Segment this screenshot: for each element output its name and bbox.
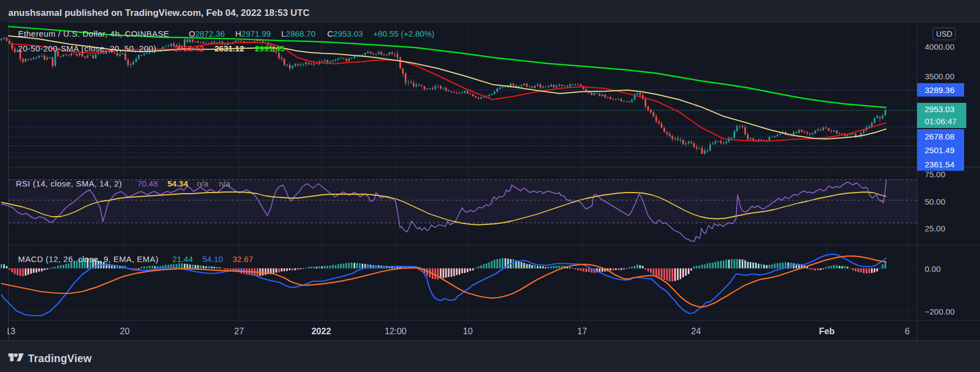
- svg-text:2631.12: 2631.12: [214, 44, 244, 53]
- svg-text:L2868.70: L2868.70: [281, 29, 316, 38]
- svg-text:3500.00: 3500.00: [925, 72, 954, 81]
- svg-text:20: 20: [120, 327, 130, 336]
- svg-text:2755.42: 2755.42: [174, 44, 204, 53]
- svg-text:21.44: 21.44: [172, 254, 193, 264]
- svg-text:3289.36: 3289.36: [925, 85, 954, 95]
- svg-text:2953.03: 2953.03: [925, 104, 954, 114]
- svg-text:USD: USD: [936, 30, 953, 38]
- svg-text:O2872.36: O2872.36: [189, 29, 225, 38]
- svg-text:anushsamal published on Tradin: anushsamal published on TradingView.com,…: [8, 8, 310, 18]
- svg-text:Ethereum / U.S. Dollar, 4h, CO: Ethereum / U.S. Dollar, 4h, COINBASE: [18, 29, 169, 38]
- svg-text:2678.08: 2678.08: [925, 132, 954, 141]
- svg-text:27: 27: [234, 327, 244, 336]
- svg-text:12:00: 12:00: [385, 327, 407, 336]
- svg-text:4000.00: 4000.00: [925, 42, 954, 51]
- svg-text:RSI (14, close, SMA, 14, 2): RSI (14, close, SMA, 14, 2): [16, 179, 122, 188]
- svg-text:20-50-200-SMA (close, 20, 50,: 20-50-200-SMA (close, 20, 50, 200): [18, 44, 156, 53]
- svg-text:H2971.99: H2971.99: [235, 29, 271, 38]
- svg-text:MACD (12, 26, close, 9, EMA, E: MACD (12, 26, close, 9, EMA, EMA): [18, 254, 159, 264]
- svg-text:−200.00: −200.00: [925, 307, 955, 316]
- svg-text:2991.45: 2991.45: [255, 44, 285, 53]
- svg-text:n/a: n/a: [197, 179, 209, 188]
- svg-text:25.00: 25.00: [925, 224, 946, 233]
- svg-text:2361.54: 2361.54: [925, 160, 954, 169]
- svg-text:75.00: 75.00: [925, 170, 946, 179]
- svg-text:TradingView: TradingView: [28, 352, 92, 364]
- svg-text:n/a: n/a: [219, 179, 231, 188]
- svg-text:C2953.03: C2953.03: [327, 29, 363, 38]
- svg-text:Feb: Feb: [819, 327, 835, 336]
- svg-text:70.48: 70.48: [137, 179, 158, 188]
- svg-text:54.34: 54.34: [167, 179, 188, 188]
- svg-text:+80.55 (+2.80%): +80.55 (+2.80%): [373, 29, 434, 38]
- svg-text:0.00: 0.00: [925, 264, 941, 274]
- svg-text:2501.49: 2501.49: [925, 146, 954, 155]
- svg-text:32.67: 32.67: [233, 254, 253, 264]
- svg-text:2022: 2022: [311, 327, 331, 336]
- svg-text:50.00: 50.00: [925, 197, 946, 206]
- svg-text:24: 24: [691, 327, 701, 336]
- svg-text:6: 6: [905, 327, 910, 336]
- svg-text:17: 17: [577, 327, 587, 336]
- svg-text:54.10: 54.10: [202, 254, 223, 264]
- svg-text:01:06:47: 01:06:47: [925, 117, 956, 126]
- svg-text:10: 10: [463, 327, 473, 336]
